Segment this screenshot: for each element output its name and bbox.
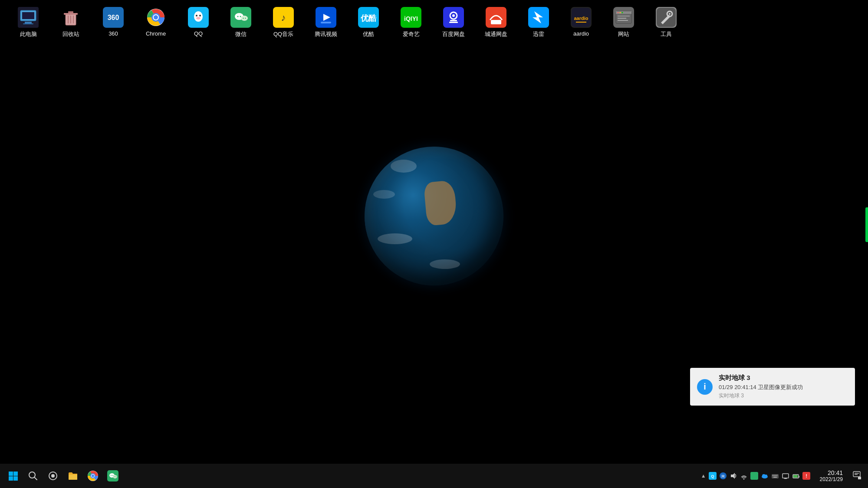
youku-label: 优酷 (363, 30, 374, 38)
tray-network-icon[interactable]: 网 (719, 472, 727, 480)
tray-keyboard-icon[interactable] (771, 472, 779, 480)
svg-rect-43 (449, 22, 458, 23)
taskbar-chrome[interactable] (83, 466, 102, 485)
svg-rect-39 (444, 8, 463, 27)
desktop-icon-baidu[interactable]: 百度网盘 (434, 4, 473, 41)
desktop: 此电脑 回收站 360 (0, 0, 868, 449)
website-label: 网站 (618, 30, 629, 38)
svg-point-79 (112, 475, 113, 476)
xunlei-icon (528, 7, 549, 28)
svg-marker-108 (858, 477, 861, 479)
svg-rect-97 (773, 477, 777, 478)
qqmusic-icon: ♪ (273, 7, 294, 28)
svg-rect-105 (853, 472, 860, 477)
computer-icon (18, 7, 39, 28)
svg-rect-98 (783, 474, 789, 478)
taskbar: ▲ Q 网 (0, 464, 868, 488)
desktop-icon-ctg[interactable]: 城通网盘 (477, 4, 516, 41)
svg-point-26 (237, 16, 239, 17)
website-icon (613, 7, 634, 28)
desktop-icon-tencent[interactable]: 腾讯视频 (306, 4, 345, 41)
youku-icon: 优酷 (358, 7, 379, 28)
desktop-icon-qqmusic[interactable]: ♪ QQ音乐 (264, 4, 303, 41)
desktop-icon-tool[interactable]: 工具 (647, 4, 686, 41)
clock-display[interactable]: 20:41 2022/1/29 (815, 469, 847, 482)
desktop-icon-recycle[interactable]: 回收站 (51, 4, 90, 41)
taskbar-files[interactable] (63, 466, 82, 485)
svg-text:♪: ♪ (281, 12, 286, 23)
notification-popup[interactable]: i 实时地球 3 01/29 20:41:14 卫星图像更新成功 实时地球 3 (690, 368, 855, 406)
svg-rect-101 (799, 476, 799, 478)
tray-wechat-icon[interactable] (750, 472, 758, 480)
notification-content: 实时地球 3 01/29 20:41:14 卫星图像更新成功 实时地球 3 (719, 374, 848, 400)
desktop-icon-wechat[interactable]: 微信 (221, 4, 260, 41)
svg-point-29 (245, 18, 246, 19)
svg-text:Q: Q (711, 474, 714, 478)
svg-point-91 (765, 475, 767, 477)
taskbar-right: ▲ Q 网 (697, 469, 865, 482)
svg-point-81 (115, 476, 116, 477)
desktop-icon-chrome[interactable]: Chrome (136, 4, 175, 39)
svg-point-19 (199, 15, 201, 16)
taskbar-search[interactable] (23, 466, 43, 485)
svg-point-27 (240, 16, 241, 17)
qq-icon (188, 7, 209, 28)
start-button[interactable] (3, 466, 23, 485)
svg-point-25 (241, 16, 248, 21)
action-center-button[interactable] (849, 471, 865, 481)
tencent-label: 腾讯视频 (315, 30, 337, 38)
ctg-icon (486, 7, 506, 28)
tray-network-wifi-icon[interactable] (740, 472, 748, 480)
tray-cloud-icon[interactable] (761, 472, 769, 480)
tray-antivirus-icon[interactable]: Q (709, 472, 717, 480)
tool-label: 工具 (661, 30, 672, 38)
tray-battery-icon[interactable] (792, 472, 800, 480)
desktop-icon-computer[interactable]: 此电脑 (9, 4, 48, 41)
360-label: 360 (108, 30, 118, 37)
system-tray: ▲ Q 网 (697, 472, 814, 480)
desktop-icon-360[interactable]: 360 360 (94, 4, 133, 39)
svg-marker-86 (731, 473, 735, 479)
tray-up-arrow[interactable]: ▲ (701, 473, 706, 479)
sidebar-indicator (865, 207, 868, 242)
tray-alert-icon[interactable]: ! (802, 472, 810, 480)
tray-display-icon[interactable] (782, 472, 789, 480)
svg-rect-94 (774, 475, 775, 476)
tencent-icon (316, 7, 336, 28)
desktop-icon-website[interactable]: 网站 (604, 4, 643, 41)
svg-rect-34 (321, 22, 331, 23)
baidu-label: 百度网盘 (442, 30, 465, 38)
xunlei-label: 迅雷 (533, 30, 544, 38)
svg-point-28 (243, 18, 243, 19)
tray-volume-icon[interactable] (730, 472, 737, 480)
svg-rect-93 (773, 475, 773, 476)
svg-rect-5 (64, 13, 78, 15)
desktop-icon-iqiyi[interactable]: iQIYI 爱奇艺 (391, 4, 431, 41)
taskbar-cortana[interactable] (43, 466, 62, 485)
svg-point-80 (114, 476, 115, 477)
computer-label: 此电脑 (20, 30, 37, 38)
svg-text:360: 360 (108, 14, 119, 21)
desktop-icon-youku[interactable]: 优酷 优酷 (349, 4, 388, 41)
svg-rect-62 (9, 472, 13, 476)
taskbar-wechat[interactable] (103, 466, 122, 485)
svg-point-15 (154, 15, 158, 20)
svg-rect-92 (772, 474, 779, 478)
iqiyi-icon: iQIYI (401, 7, 421, 28)
svg-text:iQIYI: iQIYI (404, 15, 418, 22)
desktop-icons-row: 此电脑 回收站 360 (0, 0, 868, 45)
desktop-icon-qq[interactable]: QQ (179, 4, 218, 39)
chrome-label: Chrome (146, 30, 166, 37)
svg-rect-57 (618, 18, 626, 19)
svg-point-41 (452, 14, 455, 17)
desktop-icon-xunlei[interactable]: 迅雷 (519, 4, 558, 41)
qq-label: QQ (194, 30, 203, 37)
chrome-icon (145, 7, 166, 28)
notification-title: 实时地球 3 (719, 374, 848, 382)
clock-time: 20:41 (820, 469, 843, 476)
svg-point-77 (113, 475, 117, 478)
svg-rect-58 (618, 20, 628, 21)
desktop-icon-aardio[interactable]: aardio aardio (562, 4, 601, 39)
earth-container (365, 147, 503, 285)
recycle-label: 回收站 (62, 30, 79, 38)
